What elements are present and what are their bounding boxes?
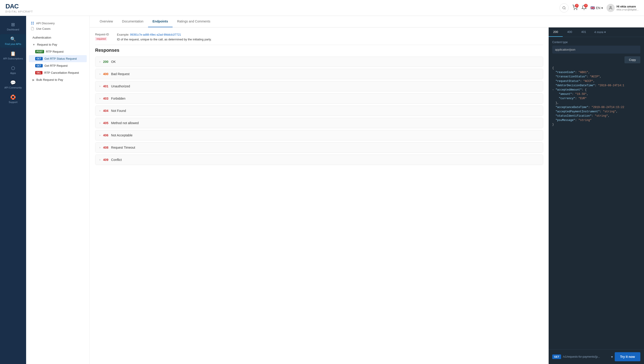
chevron-408-icon: ›	[100, 146, 100, 149]
status-code-400: 400	[103, 72, 108, 76]
response-409-header[interactable]: › 409 Conflict	[95, 155, 543, 165]
sidebar-item-label-support: Support	[9, 101, 18, 104]
response-404-header[interactable]: › 404 Not Found	[95, 106, 543, 116]
find-apis-icon: 🔍	[10, 36, 16, 42]
tab-endpoints[interactable]: Endpoints	[148, 16, 173, 27]
response-tab-400[interactable]: 400	[563, 28, 577, 37]
nav-item-rtp-cancel[interactable]: DEL RTP Cancellation Request	[29, 69, 87, 76]
status-desc-200: OK	[111, 60, 116, 64]
api-navigation: API Discovery Use Cases Authentication ▼…	[26, 16, 90, 364]
rtp-request-label: RTP Request	[46, 50, 64, 53]
status-code-401: 401	[103, 84, 108, 88]
nav-item-rtp-request[interactable]: POST RTP Request	[29, 48, 87, 55]
sidebar-item-subscriptions[interactable]: 📋 API Subscriptions	[0, 48, 26, 62]
top-navigation: DAC DIGITAL APICRAFT 0 0 🇬🇧 EN	[0, 0, 644, 16]
use-cases-header[interactable]: Use Cases	[31, 27, 85, 30]
nav-item-bulk-request[interactable]: ▶ Bulk Request to Pay	[29, 76, 87, 83]
sidebar-item-support[interactable]: 🛟 Support	[0, 92, 26, 106]
nav-item-get-rtp-request[interactable]: GET Get RTP Request	[29, 62, 87, 69]
cart-icon[interactable]: 0	[572, 5, 578, 11]
post-badge-rtp: POST	[35, 50, 44, 53]
sidebar-item-apps[interactable]: ⬡ Apps	[0, 63, 26, 77]
svg-point-0	[563, 6, 565, 9]
api-nav-section: API Discovery Use Cases	[26, 20, 90, 34]
get-rtp-status-label: Get RTP Status Request	[45, 57, 77, 60]
api-discovery-header[interactable]: API Discovery	[31, 21, 85, 25]
response-tab-401[interactable]: 401	[576, 28, 591, 37]
expand-icon-bulk: ▶	[33, 78, 35, 82]
response-401: › 401 Unauthorized	[95, 81, 543, 92]
tab-ratings[interactable]: Ratings and Comments	[173, 16, 215, 27]
param-example-value[interactable]: 99391c7e-ad88-49ec-a2ad-99ddcb1f7721	[130, 33, 181, 36]
copy-button[interactable]: Copy	[624, 56, 640, 63]
main-layout: ⊞ Dashboard 🔍 Find your APIs 📋 API Subsc…	[0, 16, 644, 364]
sidebar-item-label-community: API Community	[4, 86, 22, 89]
status-desc-409: Conflict	[111, 158, 122, 162]
search-button[interactable]	[559, 4, 569, 12]
nav-item-request-to-pay[interactable]: ▼ Request to Pay	[29, 41, 87, 48]
language-selector[interactable]: 🇬🇧 EN ▾	[590, 6, 603, 10]
right-panel: 200 400 401 4 more ▾ Content type appli	[549, 28, 644, 364]
try-it-now-button[interactable]: Try it now	[615, 352, 640, 361]
status-desc-401: Unauthorized	[111, 84, 130, 88]
method-badge-bottom: GET	[552, 354, 561, 359]
rtp-cancel-label: RTP Cancellation Request	[44, 71, 79, 74]
param-label-area: Request-ID required	[95, 33, 113, 40]
response-404: › 404 Not Found	[95, 106, 543, 116]
user-email: ekta.u+pc@digital...	[616, 8, 638, 11]
param-label: Request-ID	[95, 33, 113, 36]
topnav-actions: 0 0 🇬🇧 EN ▾ Hi ekta umare ekta.u+pc	[559, 4, 638, 12]
response-401-header[interactable]: › 401 Unauthorized	[95, 81, 543, 91]
sidebar-item-dashboard[interactable]: ⊞ Dashboard	[0, 20, 26, 33]
use-cases-icon	[31, 27, 34, 30]
get-badge-status: GET	[35, 57, 43, 60]
panel-content: Content type application/json Copy { "re…	[549, 37, 644, 349]
dropdown-arrow-icon[interactable]: ▾	[611, 355, 613, 359]
response-403-header[interactable]: › 403 Forbidden	[95, 94, 543, 104]
support-icon: 🛟	[10, 94, 16, 100]
status-code-406: 406	[103, 134, 108, 137]
main-content-area: Overview Documentation Endpoints Ratings…	[90, 16, 644, 364]
param-desc-text: ID of the request, unique to the call, a…	[117, 38, 543, 41]
response-409: › 409 Conflict	[95, 154, 543, 165]
nav-item-authentication[interactable]: Authentication	[29, 34, 87, 41]
response-400-header[interactable]: › 400 Bad Request	[95, 69, 543, 79]
response-tab-200[interactable]: 200	[549, 28, 563, 37]
response-406: › 406 Not Acceptable	[95, 130, 543, 140]
svg-rect-7	[31, 23, 32, 24]
response-406-header[interactable]: › 406 Not Acceptable	[95, 130, 543, 140]
status-code-408: 408	[103, 146, 108, 149]
chevron-401-icon: ›	[100, 85, 100, 88]
notifications-icon[interactable]: 0	[581, 5, 587, 11]
user-menu[interactable]: Hi ekta umare ekta.u+pc@digital...	[606, 4, 638, 12]
response-405-header[interactable]: › 405 Method not allowed	[95, 118, 543, 128]
svg-rect-5	[33, 22, 34, 23]
middle-content: Request-ID required Example: 99391c7e-ad…	[90, 28, 549, 364]
sidebar-item-label-apps: Apps	[10, 72, 16, 74]
tab-overview[interactable]: Overview	[95, 16, 117, 27]
status-code-200: 200	[103, 60, 108, 64]
status-code-409: 409	[103, 158, 108, 162]
response-408-header[interactable]: › 408 Request Timeout	[95, 142, 543, 152]
sidebar: ⊞ Dashboard 🔍 Find your APIs 📋 API Subsc…	[0, 16, 26, 364]
nav-item-get-rtp-status[interactable]: GET Get RTP Status Request	[29, 55, 87, 62]
status-desc-403: Forbidden	[111, 97, 125, 100]
delete-badge: DEL	[35, 71, 43, 74]
response-200-header[interactable]: › 200 OK	[95, 57, 543, 67]
response-code-tabs: 200 400 401 4 more ▾	[549, 28, 644, 37]
sidebar-item-find-apis[interactable]: 🔍 Find your APIs	[0, 34, 26, 48]
sidebar-item-community[interactable]: 💬 API Community	[0, 78, 26, 91]
get-rtp-request-label: Get RTP Request	[45, 64, 68, 68]
chevron-409-icon: ›	[100, 158, 100, 161]
svg-point-1	[574, 9, 574, 10]
nav-items-list: Authentication ▼ Request to Pay POST RTP…	[26, 34, 90, 83]
svg-point-3	[610, 6, 611, 8]
svg-rect-4	[31, 22, 32, 23]
json-code-display: { "reasonCode": "AB01", "transactionStat…	[552, 66, 640, 127]
status-desc-406: Not Acceptable	[111, 134, 132, 137]
content-type-label: Content type	[552, 40, 640, 44]
more-tabs-button[interactable]: 4 more ▾	[591, 28, 609, 36]
status-code-405: 405	[103, 121, 108, 125]
tab-documentation[interactable]: Documentation	[117, 16, 148, 27]
status-desc-405: Method not allowed	[111, 121, 139, 125]
